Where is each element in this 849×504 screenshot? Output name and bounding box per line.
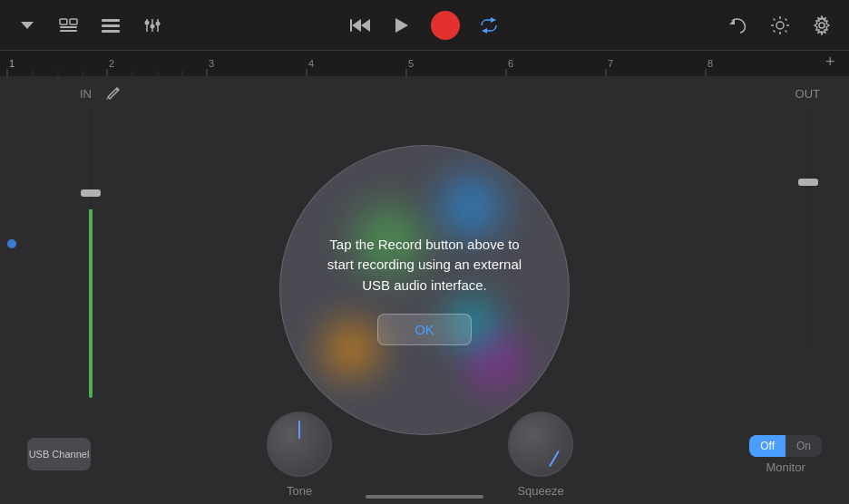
dialog-overlay: Tap the Record button above to start rec… — [0, 76, 849, 504]
dialog-message: Tap the Record button above to start rec… — [317, 235, 532, 296]
toolbar-right — [518, 13, 834, 38]
svg-rect-16 — [350, 19, 352, 32]
svg-text:4: 4 — [308, 58, 314, 69]
svg-text:3: 3 — [209, 58, 214, 69]
rewind-button[interactable] — [347, 13, 373, 38]
svg-point-13 — [156, 21, 161, 25]
dialog-content: Tap the Record button above to start rec… — [317, 235, 532, 346]
svg-marker-14 — [361, 19, 370, 32]
svg-rect-6 — [102, 24, 120, 27]
blob-blue — [439, 175, 503, 238]
svg-rect-2 — [70, 19, 77, 24]
svg-rect-31 — [0, 51, 849, 76]
svg-text:8: 8 — [708, 58, 713, 69]
toolbar-left — [15, 13, 331, 38]
undo-button[interactable] — [726, 13, 751, 38]
svg-rect-1 — [60, 19, 67, 24]
track-view-icon[interactable] — [56, 13, 82, 38]
svg-line-28 — [786, 18, 787, 20]
svg-marker-19 — [482, 28, 487, 34]
play-button[interactable] — [389, 13, 415, 38]
mixer-icon[interactable] — [140, 13, 165, 38]
tracks-icon[interactable] — [98, 13, 123, 38]
home-indicator — [366, 495, 483, 499]
svg-point-12 — [151, 24, 155, 28]
svg-point-30 — [819, 23, 825, 28]
toolbar — [0, 0, 849, 51]
dropdown-icon[interactable] — [15, 13, 40, 38]
main-content: IN OUT USB Channel — [0, 76, 849, 504]
svg-line-27 — [786, 30, 787, 32]
svg-line-26 — [774, 18, 776, 20]
svg-text:6: 6 — [508, 58, 513, 69]
svg-line-29 — [774, 30, 776, 32]
svg-point-11 — [145, 20, 150, 24]
svg-rect-4 — [60, 30, 77, 32]
svg-rect-3 — [60, 26, 77, 28]
record-button[interactable] — [431, 11, 460, 40]
brightness-icon[interactable] — [767, 13, 793, 38]
svg-marker-0 — [21, 22, 34, 29]
svg-rect-5 — [102, 19, 120, 22]
svg-marker-18 — [491, 17, 496, 23]
ruler: 1 2 3 4 5 6 7 8 + — [0, 51, 849, 76]
loop-icon[interactable] — [476, 13, 502, 38]
dialog-ok-button[interactable]: OK — [377, 314, 472, 345]
svg-text:2: 2 — [109, 58, 114, 69]
svg-point-21 — [776, 22, 784, 29]
svg-rect-7 — [102, 30, 120, 33]
toolbar-center — [347, 11, 502, 40]
svg-text:+: + — [825, 53, 835, 71]
svg-marker-15 — [352, 19, 361, 32]
svg-marker-17 — [395, 18, 408, 33]
dialog: Tap the Record button above to start rec… — [279, 145, 570, 435]
svg-text:5: 5 — [408, 58, 414, 69]
settings-icon[interactable] — [809, 13, 834, 38]
phone-frame: 1 2 3 4 5 6 7 8 + — [0, 0, 849, 504]
svg-text:1: 1 — [9, 58, 15, 69]
svg-text:7: 7 — [608, 58, 613, 69]
